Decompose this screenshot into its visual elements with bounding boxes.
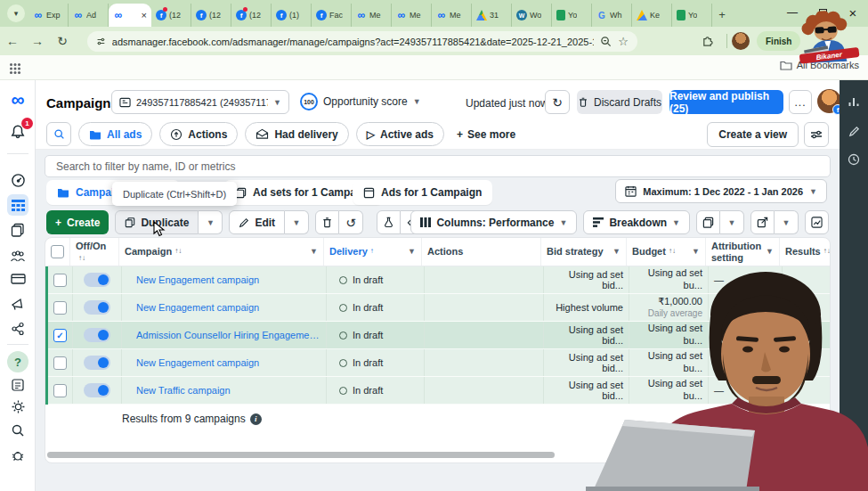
row-checkbox-cell[interactable]: ✓ [48, 377, 73, 404]
sidebar-item-campaigns[interactable] [7, 194, 28, 216]
search-input[interactable] [45, 155, 831, 177]
column-header-actions[interactable]: Actions [422, 238, 541, 266]
date-range-selector[interactable]: Maximum: 1 Dec 2022 - 1 Jan 2026 ▼ [615, 179, 827, 203]
create-button[interactable]: + Create [46, 210, 109, 234]
sidebar-item-help[interactable]: ? [7, 351, 28, 372]
filter-search-button[interactable] [46, 122, 71, 146]
campaign-name-cell[interactable]: New Engagement campaign [122, 266, 327, 293]
browser-tab[interactable]: ∞× [109, 4, 151, 27]
browser-tab[interactable]: Yo [552, 4, 592, 27]
campaign-toggle[interactable] [84, 273, 110, 287]
campaign-name-cell[interactable]: New Traffic campaign [122, 377, 327, 404]
sidebar-item-advertise[interactable] [7, 293, 28, 315]
row-toggle-cell[interactable] [73, 294, 122, 321]
new-tab-button[interactable]: + [714, 6, 730, 22]
view-settings-button[interactable] [804, 122, 829, 147]
back-button[interactable]: ← [0, 34, 25, 48]
column-header-attribution[interactable]: Attribution setting▼ [706, 238, 780, 266]
forward-button[interactable]: → [25, 34, 50, 48]
row-checkbox-cell[interactable]: ✓ [48, 349, 73, 376]
sidebar-item-search[interactable] [7, 420, 28, 441]
delete-button[interactable] [315, 210, 339, 234]
column-header-campaign[interactable]: Campaign↑↓▼ [119, 238, 324, 266]
charts-button[interactable] [805, 210, 829, 234]
filter-chip-all-ads[interactable]: All ads [78, 122, 152, 146]
browser-tab[interactable]: f(12 [231, 4, 272, 27]
row-toggle-cell[interactable] [73, 377, 122, 404]
campaign-toggle[interactable] [84, 356, 110, 370]
ab-test-button[interactable] [377, 210, 401, 234]
notifications-button[interactable]: 1 [7, 121, 28, 143]
browser-tab[interactable]: Yo [672, 4, 712, 27]
column-header-budget[interactable]: Budget↑↓▼ [627, 238, 706, 266]
campaign-row[interactable]: ✓ New Engagement campaign In draft Using… [48, 349, 830, 377]
row-checkbox[interactable]: ✓ [53, 356, 67, 370]
filter-chip-had-delivery[interactable]: Had delivery [245, 122, 348, 146]
column-header-offon[interactable]: Off/On↑↓ [70, 238, 119, 266]
account-selector[interactable]: 249357117885421 (249357117... ▼ [111, 90, 289, 114]
breakdown-button[interactable]: Breakdown ▼ [583, 210, 690, 234]
filter-chip-active-ads[interactable]: ▷ Active ads [356, 122, 444, 146]
campaign-toggle[interactable] [84, 300, 110, 315]
browser-tab[interactable]: 31 [472, 4, 512, 27]
row-toggle-cell[interactable] [73, 349, 122, 376]
sidebar-item-audiences[interactable] [7, 245, 28, 266]
tab-search-button[interactable]: ▾ [7, 4, 25, 22]
duplicate-dropdown[interactable]: ▼ [199, 210, 223, 234]
sidebar-item-billing[interactable] [7, 268, 28, 290]
row-checkbox-cell[interactable]: ✓ [48, 294, 73, 321]
export-button[interactable] [750, 210, 775, 234]
browser-tab[interactable]: ∞Exp [28, 4, 69, 27]
header-more-button[interactable]: ... [789, 90, 812, 114]
insights-chart-icon[interactable] [846, 94, 862, 110]
row-checkbox[interactable]: ✓ [53, 384, 67, 397]
browser-tab[interactable]: Ke [632, 4, 672, 27]
column-header-bid[interactable]: Bid strategy▼ [541, 238, 627, 266]
campaign-row[interactable]: ✓ New Engagement campaign In draft Highe… [48, 294, 830, 322]
discard-drafts-button[interactable]: Discard Drafts [577, 90, 662, 114]
sidebar-item-report-bug[interactable] [7, 445, 28, 466]
create-view-button[interactable]: Create a view [707, 122, 799, 147]
edit-dropdown[interactable]: ▼ [285, 210, 309, 234]
select-all-checkbox[interactable] [51, 245, 64, 258]
reload-button[interactable]: ↻ [50, 34, 75, 48]
columns-button[interactable]: Columns: Performance ▼ [410, 210, 577, 234]
row-checkbox-cell[interactable]: ✓ [48, 322, 73, 348]
browser-tab[interactable]: fFac [312, 4, 352, 27]
site-info-icon[interactable] [96, 36, 106, 47]
apps-grid-icon[interactable] [10, 63, 12, 66]
select-all-checkbox-cell[interactable] [45, 238, 70, 266]
campaign-name-cell[interactable]: New Engagement campaign [122, 349, 327, 376]
campaign-toggle[interactable] [84, 328, 110, 342]
browser-profile-avatar[interactable] [732, 32, 750, 50]
browser-tab[interactable]: f(12 [191, 4, 231, 27]
browser-tab[interactable]: f(1) [272, 4, 312, 27]
row-toggle-cell[interactable] [73, 266, 122, 293]
url-field[interactable]: adsmanager.facebook.com/adsmanager/manag… [87, 31, 637, 52]
history-clock-icon[interactable] [846, 151, 862, 168]
refresh-button[interactable]: ↻ [545, 90, 570, 114]
row-checkbox[interactable]: ✓ [53, 329, 67, 342]
filter-chip-actions[interactable]: Actions [159, 122, 238, 146]
see-more-button[interactable]: + See more [451, 128, 521, 141]
tab-ads[interactable]: Ads for 1 Campaign [353, 180, 492, 205]
tab-close-button[interactable]: × [142, 10, 147, 20]
row-toggle-cell[interactable] [73, 322, 122, 348]
browser-tab[interactable]: f(12 [151, 4, 191, 27]
campaign-row[interactable]: ✓ New Engagement campaign In draft Using… [48, 266, 830, 294]
sidebar-item-pages[interactable] [7, 219, 28, 241]
browser-tab[interactable]: ∞Me [352, 4, 392, 27]
info-icon[interactable]: i [250, 413, 262, 425]
opportunity-score[interactable]: 100 Opportunity score ▼ [300, 93, 421, 110]
account-avatar[interactable]: f [817, 89, 841, 113]
campaign-toggle[interactable] [84, 383, 110, 397]
zoom-page-icon[interactable] [600, 36, 612, 47]
column-header-delivery[interactable]: Delivery↑▼ [324, 238, 422, 266]
campaign-row[interactable]: ✓ Admission Counsellor Hiring Engagement… [48, 322, 830, 349]
sidebar-item-events[interactable] [7, 318, 28, 340]
reports-dropdown[interactable]: ▼ [720, 210, 744, 234]
column-header-results[interactable]: Results↑↓ [780, 238, 831, 266]
browser-tab[interactable]: ∞Me [432, 4, 472, 27]
sidebar-item-settings[interactable] [7, 396, 28, 417]
reports-button[interactable] [696, 210, 720, 234]
